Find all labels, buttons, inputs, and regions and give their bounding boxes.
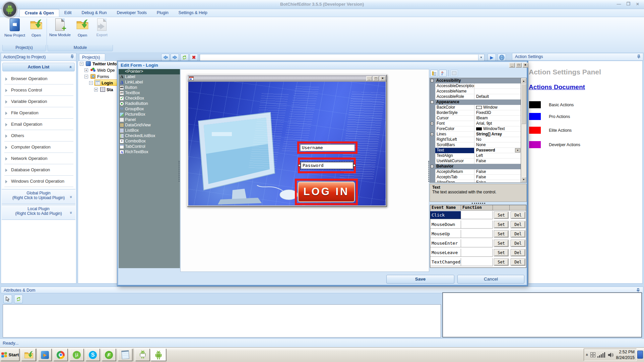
set-button[interactable]: Set <box>494 240 508 247</box>
toolbox-button[interactable]: abButton <box>119 85 180 90</box>
dialog-maximize-button[interactable]: □ <box>516 63 522 68</box>
action-item-network[interactable]: Network Operation <box>4 154 73 164</box>
property-row[interactable]: TextAlignLeft <box>430 153 521 159</box>
toolbox-panel[interactable]: Panel <box>119 117 180 123</box>
back-button[interactable] <box>161 54 170 61</box>
property-row[interactable]: BackColorWindow <box>430 105 521 110</box>
category-row[interactable]: −Behavior <box>430 164 521 169</box>
tree-node-project[interactable]: Twitter Unfol <box>92 61 118 67</box>
del-button[interactable]: Del <box>511 259 525 265</box>
form-maximize-button[interactable]: □ <box>373 76 379 81</box>
taskbar-botchiefeditor-button[interactable] <box>151 349 166 361</box>
toolbox-splitter[interactable] <box>179 161 180 182</box>
set-button[interactable]: Set <box>494 249 508 256</box>
taskbar-utorrent-button[interactable]: µ <box>70 349 84 361</box>
show-desktop-button[interactable] <box>637 351 643 359</box>
property-row[interactable]: AcceptsReturnFalse <box>430 169 521 175</box>
stop-button[interactable]: ✖ <box>190 54 198 61</box>
taskbar-notepad-button[interactable] <box>118 349 132 361</box>
taskbar-chrome-button[interactable] <box>54 349 68 361</box>
taskbar-skype-button[interactable]: S <box>86 349 100 361</box>
tree-node-webope[interactable]: Web Ope <box>97 68 115 73</box>
toolbox-combobox[interactable]: ▾ComboBox <box>119 139 180 144</box>
del-button[interactable]: Del <box>511 249 525 256</box>
login-button[interactable]: LOG IN <box>298 182 355 202</box>
action-item-process[interactable]: Process Control <box>4 85 73 96</box>
dialog-close-button[interactable]: × <box>522 63 528 68</box>
dom-content[interactable] <box>442 292 642 338</box>
toolbox-checkedlistbox[interactable]: CheckedListBox <box>119 133 180 139</box>
toolbox-listbox[interactable]: ListBox <box>119 128 180 133</box>
event-row-mouseup[interactable]: MouseUp Set Del <box>430 229 526 239</box>
forward-button[interactable] <box>171 54 179 61</box>
set-button[interactable]: Set <box>494 221 508 228</box>
alphabetical-sort-button[interactable]: A↓Z <box>439 70 447 77</box>
resize-handle[interactable] <box>353 164 356 167</box>
tab-plugin[interactable]: Plugin <box>152 9 174 17</box>
set-button[interactable]: Set <box>494 231 508 237</box>
form-close-button[interactable]: × <box>380 76 386 81</box>
action-list-header[interactable]: Action List « <box>2 63 75 71</box>
dropdown-button[interactable]: ▼ <box>515 148 520 153</box>
property-row[interactable]: AllowDropFalse <box>430 180 521 183</box>
tab-developer-tools[interactable]: Developer Tools <box>112 9 151 17</box>
open-module-button[interactable]: Open <box>73 18 92 45</box>
action-item-browser[interactable]: Browser Operation <box>4 74 73 84</box>
refresh-dom-button[interactable] <box>14 295 23 303</box>
del-button[interactable]: Del <box>511 212 525 219</box>
form-minimize-button[interactable]: _ <box>366 76 372 81</box>
export-button[interactable]: Export <box>92 18 111 45</box>
property-row[interactable]: AccessibleRoleDefault <box>430 94 521 100</box>
action-item-computer[interactable]: Computer Operation <box>4 142 73 153</box>
local-plugin-bar[interactable]: Local Plugin (Right Click to Add Plugin)… <box>2 205 75 220</box>
taskbar-flashfxp-button[interactable]: F <box>102 349 116 361</box>
tree-node-login[interactable]: Login <box>102 80 113 86</box>
pin-icon[interactable] <box>70 54 74 59</box>
property-row[interactable]: AccessibleDescription <box>430 83 521 89</box>
dialog-minimize-button[interactable]: _ <box>509 63 515 68</box>
property-row[interactable]: +FontArial, 9pt <box>430 121 521 126</box>
pin-icon[interactable] <box>636 288 640 293</box>
url-bar[interactable]: ▼ <box>200 54 485 61</box>
action-item-others[interactable]: Others <box>4 131 73 141</box>
minimize-button[interactable]: — <box>615 2 623 7</box>
tree-expand-box[interactable]: + <box>84 68 88 72</box>
volume-icon[interactable] <box>607 352 614 358</box>
category-row[interactable]: −Accessibility <box>430 78 521 83</box>
event-row-textchanged[interactable]: TextChanged Set Del <box>430 257 526 267</box>
del-button[interactable]: Del <box>511 240 525 247</box>
property-row[interactable]: RightToLeftNo <box>430 137 521 142</box>
property-row[interactable]: ForeColorWindowText <box>430 126 521 132</box>
property-row-text-selected[interactable]: TextPassword▼ <box>430 148 521 153</box>
run-button[interactable]: ▶ <box>488 54 496 61</box>
tab-edit[interactable]: Edit <box>59 9 77 17</box>
property-row[interactable]: CursorIBeam <box>430 116 521 121</box>
taskbar-botchief-button[interactable] <box>135 349 150 361</box>
toolbox-linklabel[interactable]: ALinkLabel <box>119 80 180 85</box>
cancel-button[interactable]: Cancel <box>457 275 524 284</box>
attributes-content[interactable] <box>3 304 441 338</box>
taskbar-explorer-button[interactable] <box>21 349 36 361</box>
new-project-button[interactable]: New Project <box>5 18 24 45</box>
action-item-database[interactable]: Database Operation <box>4 165 73 176</box>
browser-button[interactable] <box>498 54 506 61</box>
refresh-button[interactable] <box>180 54 189 61</box>
action-item-email[interactable]: Email Operation <box>4 120 73 130</box>
select-element-button[interactable] <box>3 295 12 303</box>
property-row[interactable]: +LinesString[] Array <box>430 132 521 137</box>
property-row[interactable]: AcceptsTabFalse <box>430 175 521 180</box>
tree-expand-box[interactable]: + <box>94 88 98 92</box>
tab-settings-help[interactable]: Settings & Help <box>174 9 212 17</box>
global-plugin-bar[interactable]: Global Plugin (Right Click to Upload Plu… <box>2 189 75 204</box>
username-input[interactable]: Username <box>300 144 355 151</box>
tree-node-forms[interactable]: Forms <box>97 74 109 80</box>
del-button[interactable]: Del <box>511 221 525 228</box>
toolbox-datagridview[interactable]: DataGridView <box>119 123 180 128</box>
app-logo-icon[interactable] <box>2 1 17 18</box>
tree-collapse-box[interactable]: − <box>89 81 93 85</box>
save-button[interactable]: Save <box>386 275 454 284</box>
toolbox-radiobutton[interactable]: RadioButton <box>119 101 180 107</box>
close-button[interactable]: × <box>633 2 642 7</box>
properties-splitter[interactable] <box>428 161 429 182</box>
toolbox-groupbox[interactable]: xyGroupBox <box>119 107 180 112</box>
